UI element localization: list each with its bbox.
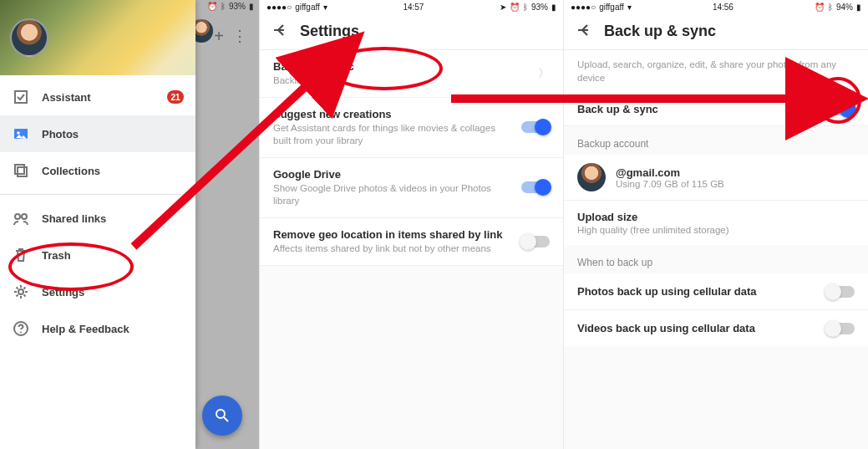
annotation-arrow [0,0,868,449]
svg-line-11 [134,77,316,247]
